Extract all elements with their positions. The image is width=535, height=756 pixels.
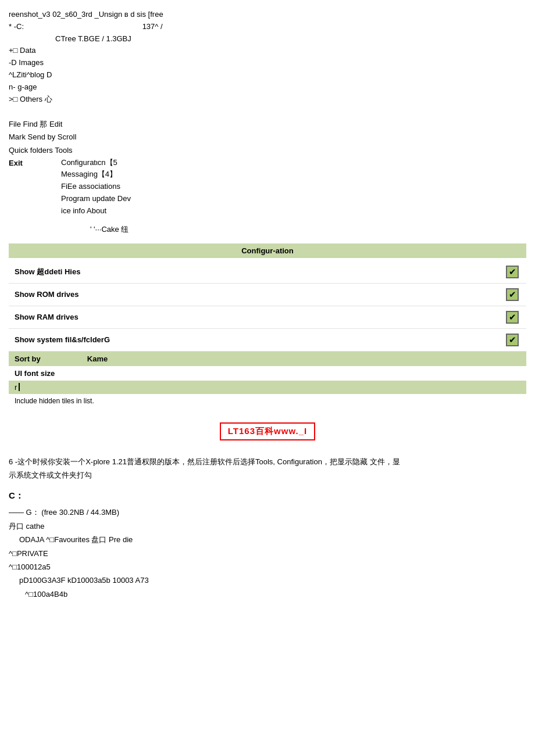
drive-label: * -C: bbox=[9, 22, 24, 31]
sort-label: Sort by bbox=[15, 354, 41, 363]
item-lziti: ^LZiti^blog D bbox=[9, 69, 526, 81]
file-item-2: ^□PRIVATE bbox=[9, 547, 526, 560]
config-check-3[interactable]: ✔ bbox=[504, 332, 520, 347]
sub-item-2: FiEe associations bbox=[61, 181, 177, 193]
checkbox-0[interactable]: ✔ bbox=[506, 266, 519, 278]
sub-item-0: Configuratιcn【5 bbox=[61, 157, 177, 169]
config-row-3: Show system fil&s/fclderG ✔ bbox=[9, 329, 526, 352]
config-label-1: Show ROM drives bbox=[15, 290, 504, 299]
config-row-0: Show 超ddeti Hies ✔ bbox=[9, 261, 526, 284]
sub-item-1: Messaging【4】 bbox=[61, 169, 177, 181]
file-item-3: ^□100012a5 bbox=[9, 560, 526, 574]
menu-section: File Find 那 Edit Mark Send by Scroll Qui… bbox=[9, 117, 526, 218]
checkbox-1[interactable]: ✔ bbox=[506, 288, 519, 301]
wiki-banner-text: LT163百科www._I bbox=[220, 422, 315, 440]
config-check-2[interactable]: ✔ bbox=[504, 310, 520, 325]
wiki-banner-section: LT163百科www._I bbox=[9, 422, 526, 440]
cake-line: ' '···Cake 纽 bbox=[90, 224, 526, 235]
file-header: C： bbox=[9, 488, 526, 503]
drive-line: * -C: 137^ / bbox=[9, 21, 526, 33]
config-check-1[interactable]: ✔ bbox=[504, 287, 520, 302]
config-label-2: Show RAM drives bbox=[15, 313, 504, 321]
item-data: +□ Data bbox=[9, 45, 526, 57]
file-item-5: ^□100a4B4b bbox=[25, 587, 526, 601]
menu-row-1: File Find 那 Edit bbox=[9, 118, 526, 131]
item-ngage: n- g-age bbox=[9, 81, 526, 94]
font-value-row: r bbox=[9, 381, 526, 394]
file-item-0: 丹口 cathe bbox=[9, 519, 526, 533]
sort-row: Sort by Kame bbox=[9, 352, 526, 366]
desc-text-1: 6 -这个时候你安装一个X-plore 1.21普通权限的版本，然后注册软件后选… bbox=[9, 455, 526, 468]
file-item-1: ODAJA ^□Favourites 盘口 Pre die bbox=[19, 533, 526, 546]
file-listing-section: C： —— G： (free 30.2NB / 44.3MB) 丹口 cathe… bbox=[9, 488, 526, 601]
item-images: -D Images bbox=[9, 57, 526, 69]
config-row-1: Show ROM drives ✔ bbox=[9, 284, 526, 306]
hidden-tiles-label: Include hidden tiles in list. bbox=[15, 397, 94, 405]
sort-value: Kame bbox=[87, 354, 108, 363]
file-item-4: pD100G3A3F kD10003a5b 10003 A73 bbox=[19, 574, 526, 587]
font-row-label: UI font size bbox=[9, 366, 526, 381]
font-cursor-icon bbox=[19, 383, 20, 391]
top-section: reenshot_v3 02_s60_3rd _Unsign в d sis [… bbox=[9, 6, 526, 111]
menu-row-2: Mark Send by Scroll bbox=[9, 131, 526, 144]
item-others: >□ Others 心 bbox=[9, 94, 526, 106]
config-section: Show 超ddeti Hies ✔ Show ROM drives ✔ Sho… bbox=[9, 261, 526, 408]
sub-item-4: ice info About bbox=[61, 205, 177, 217]
sub-item-3: Program update Dev bbox=[61, 193, 177, 205]
desc-text-2: 示系统文件或文件夹打勾 bbox=[9, 468, 526, 482]
menu-row-3: Quick folders Tools bbox=[9, 144, 526, 157]
menu-row-exit: Exit Configuratιcn【5 Messaging【4】 FiEe a… bbox=[9, 157, 526, 217]
ctree-line: CTree T.BGE / 1.3GBJ bbox=[55, 33, 526, 45]
font-label: UI font size bbox=[15, 369, 55, 378]
file-find-label: File Find 那 Edit bbox=[9, 118, 102, 131]
config-header: Configur-ation bbox=[9, 243, 526, 258]
hidden-tiles-row: Include hidden tiles in list. bbox=[9, 394, 526, 408]
exit-label[interactable]: Exit bbox=[9, 159, 23, 167]
title-line: reenshot_v3 02_s60_3rd _Unsign в d sis [… bbox=[9, 9, 526, 21]
checkbox-2[interactable]: ✔ bbox=[506, 311, 519, 324]
config-check-0[interactable]: ✔ bbox=[504, 264, 520, 280]
description-section: 6 -这个时候你安装一个X-plore 1.21普通权限的版本，然后注册软件后选… bbox=[9, 455, 526, 482]
checkbox-3[interactable]: ✔ bbox=[506, 334, 519, 346]
config-label-3: Show system fil&s/fclderG bbox=[15, 335, 504, 344]
mark-send-label: Mark Send by Scroll bbox=[9, 131, 102, 144]
drive-size: 137^ / bbox=[142, 22, 163, 31]
quick-folders-label: Quick folders Tools bbox=[9, 144, 102, 157]
font-value: r bbox=[15, 383, 17, 392]
config-label-0: Show 超ddeti Hies bbox=[15, 267, 504, 277]
config-row-2: Show RAM drives ✔ bbox=[9, 306, 526, 329]
g-drive-line: —— G： (free 30.2NB / 44.3MB) bbox=[9, 506, 526, 519]
sub-menu: Configuratιcn【5 Messaging【4】 FiEe associ… bbox=[61, 157, 177, 217]
